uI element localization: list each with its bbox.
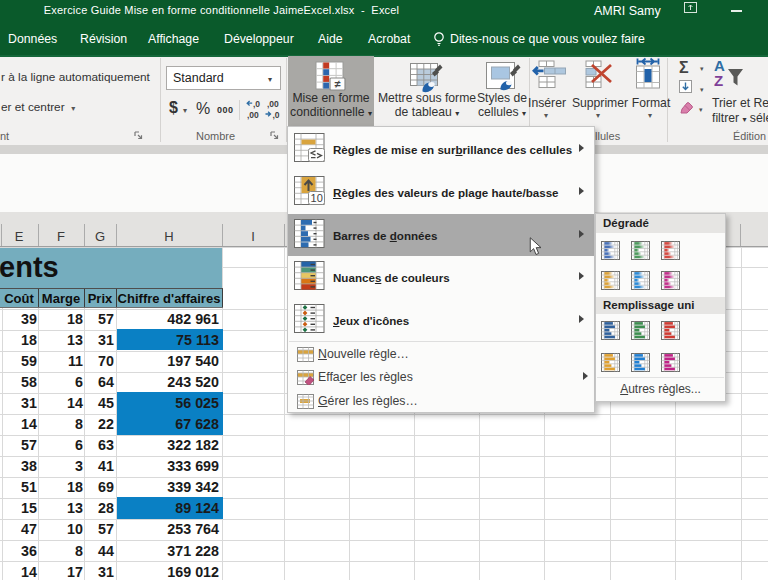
svg-text:≠: ≠ bbox=[334, 78, 340, 90]
svg-text:,00: ,00 bbox=[267, 99, 279, 109]
svg-text:,0: ,0 bbox=[273, 110, 280, 120]
svg-text:,0: ,0 bbox=[253, 99, 260, 109]
svg-text:10: 10 bbox=[311, 192, 323, 204]
svg-text:,00: ,00 bbox=[247, 110, 259, 120]
